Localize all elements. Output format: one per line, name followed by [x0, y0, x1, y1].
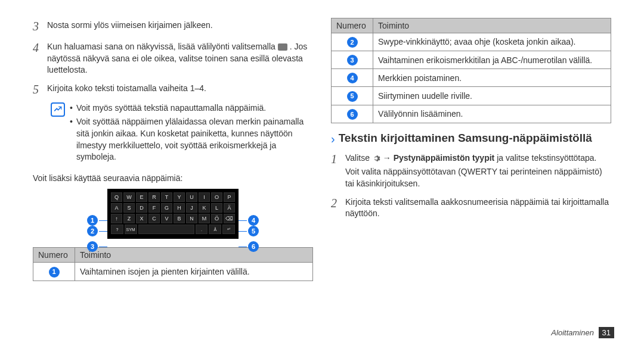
- table-row: 1 Vaihtaminen isojen ja pienten kirjaint…: [33, 263, 313, 281]
- table-cell-text: Välilyönnin lisääminen.: [373, 105, 611, 123]
- keyboard-key: ↑: [111, 214, 122, 223]
- step-3: 3 Nosta sormi ylös viimeisen kirjaimen j…: [33, 18, 313, 35]
- keyboard-key: Å: [209, 225, 221, 234]
- text-segment: Valitse: [345, 153, 372, 163]
- callout-3: 3: [87, 241, 107, 252]
- keyboard-key: ↵: [222, 225, 235, 234]
- keyboard-key: Z: [123, 214, 135, 223]
- keyboard-key: O: [211, 192, 222, 202]
- step-1: 1 Valitse → Pystynäppäimistön tyypit ja …: [331, 151, 611, 190]
- step-number: 5: [33, 81, 47, 98]
- chevron-icon: ›: [331, 132, 335, 146]
- page-footer: Aloittaminen 31: [551, 328, 614, 337]
- callout-2: 2: [87, 226, 107, 236]
- keyboard-key: SYM: [125, 225, 137, 234]
- keyboard-key: ?: [111, 225, 123, 234]
- table-cell-num: 3: [332, 51, 373, 69]
- table-header: Toiminto: [75, 248, 313, 263]
- text-segment: Kun haluamasi sana on näkyvissä, lisää v…: [47, 42, 278, 51]
- keyboard-key: S: [123, 203, 135, 213]
- step-number: 1: [331, 151, 345, 190]
- text-segment: Voit valita näppäinsyöttötavan (QWERTY t…: [345, 166, 611, 189]
- keyboard-key: H: [174, 203, 185, 213]
- table-cell-text: Vaihtaminen isojen ja pienten kirjainten…: [75, 263, 313, 281]
- keyboard-key: F: [148, 203, 160, 213]
- step-text: Kirjoita teksti valitsemalla aakkosnumee…: [345, 195, 611, 220]
- keyboard-key: P: [224, 192, 235, 202]
- note-block: • Voit myös syöttää tekstiä napauttamall…: [51, 102, 313, 166]
- callout-6: 6: [239, 241, 259, 252]
- bullet-text: Voit syöttää näppäimen ylälaidassa oleva…: [76, 116, 313, 163]
- bullet-item: • Voit myös syöttää tekstiä napauttamall…: [70, 102, 313, 114]
- keyboard-key: L: [211, 203, 222, 213]
- table-row: 5 Siirtyminen uudelle riville.: [332, 87, 611, 105]
- step-text: Nosta sormi ylös viimeisen kirjaimen jäl…: [47, 18, 313, 35]
- footer-page-number: 31: [599, 327, 614, 338]
- keyboard-illustration: QWERTYUIOP ASDFGHJKLÄ ↑ZXCVBNMÖ⌫ ?SYM .Å…: [33, 189, 313, 239]
- keyboard-key: R: [148, 192, 160, 202]
- note-list: • Voit myös syöttää tekstiä napauttamall…: [70, 102, 313, 166]
- table-cell-num: 1: [33, 263, 75, 281]
- table-cell-num: 2: [332, 33, 373, 51]
- right-column: Numero Toiminto 2 Swype-vinkkinäyttö; av…: [322, 18, 620, 337]
- keyboard-key: Q: [111, 192, 122, 202]
- table-cell-num: 6: [332, 105, 373, 123]
- keyboard-key: B: [174, 214, 185, 223]
- keyboard-key: X: [136, 214, 147, 223]
- keyboard-key: C: [148, 214, 160, 223]
- step-2: 2 Kirjoita teksti valitsemalla aakkosnum…: [331, 195, 611, 220]
- table-header: Numero: [33, 248, 75, 263]
- text-segment: →: [383, 153, 394, 163]
- table-cell-text: Vaihtaminen erikoismerkkitilan ja ABC-/n…: [373, 51, 611, 69]
- table-row: 4 Merkkien poistaminen.: [332, 69, 611, 87]
- heading-text: Tekstin kirjoittaminen Samsung-näppäimis…: [339, 132, 592, 145]
- bullet-text: Voit myös syöttää tekstiä napauttamalla …: [76, 102, 266, 114]
- table-header: Toiminto: [373, 18, 611, 33]
- keyboard-key: G: [161, 203, 172, 213]
- keyboard-graphic: QWERTYUIOP ASDFGHJKLÄ ↑ZXCVBNMÖ⌫ ?SYM .Å…: [107, 189, 239, 239]
- keyboard-key: U: [186, 192, 197, 202]
- table-cell-text: Swype-vinkkinäyttö; avaa ohje (kosketa j…: [373, 33, 611, 51]
- keyboard-key: T: [161, 192, 172, 202]
- step-text: Kun haluamasi sana on näkyvissä, lisää v…: [47, 39, 313, 76]
- keyboard-key: D: [136, 203, 147, 213]
- left-column: 3 Nosta sormi ylös viimeisen kirjaimen j…: [24, 18, 322, 337]
- bullet-dot: •: [70, 116, 73, 163]
- text-segment: ja valitse tekstinsyöttötapa.: [497, 153, 596, 163]
- callout-4: 4: [239, 215, 259, 226]
- note-icon: [51, 102, 65, 117]
- keyboard-key: [138, 225, 194, 234]
- keyboard-key: N: [186, 214, 197, 223]
- keyboard-key: A: [111, 203, 122, 213]
- bullet-item: • Voit syöttää näppäimen ylälaidassa ole…: [70, 116, 313, 163]
- keyboard-key: Y: [174, 192, 185, 202]
- step-5: 5 Kirjoita koko teksti toistamalla vaihe…: [33, 81, 313, 98]
- step-number: 3: [33, 18, 47, 35]
- table-header: Numero: [332, 18, 373, 33]
- step-number: 4: [33, 39, 47, 76]
- step-4: 4 Kun haluamasi sana on näkyvissä, lisää…: [33, 39, 313, 76]
- table-cell-text: Merkkien poistaminen.: [373, 69, 611, 87]
- keyboard-key: K: [199, 203, 210, 213]
- keyboard-key: .: [196, 225, 208, 234]
- function-table-right: Numero Toiminto 2 Swype-vinkkinäyttö; av…: [331, 18, 611, 123]
- keyboard-key: ⌫: [224, 214, 235, 223]
- gear-icon: [372, 154, 380, 163]
- paragraph: Voit lisäksi käyttää seuraavia näppäimiä…: [33, 173, 313, 185]
- bold-text: Pystynäppäimistön tyypit: [394, 153, 495, 163]
- table-cell-num: 5: [332, 87, 373, 105]
- keyboard-key: J: [186, 203, 197, 213]
- keyboard-key: Ö: [211, 214, 222, 223]
- table-row: 2 Swype-vinkkinäyttö; avaa ohje (kosketa…: [332, 33, 611, 51]
- function-table-left: Numero Toiminto 1 Vaihtaminen isojen ja …: [33, 247, 313, 281]
- table-cell-text: Siirtyminen uudelle riville.: [373, 87, 611, 105]
- table-row: 3 Vaihtaminen erikoismerkkitilan ja ABC-…: [332, 51, 611, 69]
- table-cell-num: 4: [332, 69, 373, 87]
- section-heading: › Tekstin kirjoittaminen Samsung-näppäim…: [331, 132, 611, 146]
- keyboard-key: W: [123, 192, 135, 202]
- keyboard-key: Ä: [224, 203, 235, 213]
- table-row: 6 Välilyönnin lisääminen.: [332, 105, 611, 123]
- keyboard-key: V: [161, 214, 172, 223]
- space-key-icon: [278, 43, 287, 51]
- step-number: 2: [331, 195, 345, 220]
